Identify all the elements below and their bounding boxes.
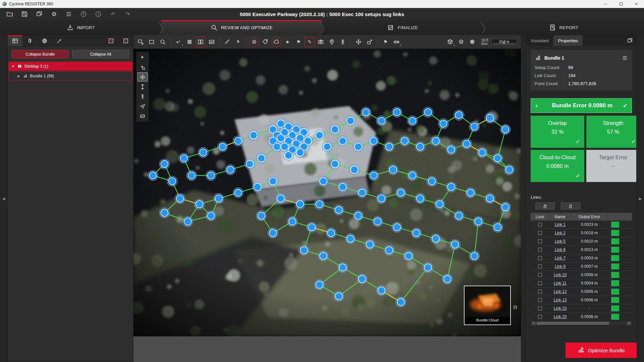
link-name[interactable]: Link 20: [554, 314, 567, 319]
setup-node[interactable]: [320, 252, 327, 260]
setup-node[interactable]: [385, 247, 393, 254]
setup-node[interactable]: [234, 137, 242, 145]
setup-node[interactable]: [323, 143, 331, 150]
undock-panel-button[interactable]: [624, 35, 636, 46]
setup-node[interactable]: [471, 123, 478, 130]
lock-checkbox[interactable]: [538, 248, 542, 252]
setup-node[interactable]: [393, 224, 400, 231]
setup-node[interactable]: [347, 117, 354, 124]
setup-node[interactable]: [289, 218, 296, 225]
help-button[interactable]: ?: [78, 9, 89, 19]
setup-node[interactable]: [385, 143, 393, 150]
setup-node[interactable]: [277, 195, 284, 202]
link-name[interactable]: Link 5: [555, 239, 566, 244]
tab-import[interactable]: IMPORT: [0, 20, 161, 35]
optimize-bundle-button[interactable]: Optimize Bundle: [566, 343, 637, 358]
setup-node[interactable]: [355, 212, 362, 220]
setup-node[interactable]: [347, 235, 354, 242]
geotag-tool-button[interactable]: [327, 37, 337, 47]
table-row[interactable]: Link 70.0003 m: [531, 254, 632, 262]
apply-transform-button[interactable]: [365, 37, 375, 47]
setup-node[interactable]: [413, 229, 420, 237]
grid-settings-button[interactable]: ▾: [391, 37, 401, 47]
setup-node[interactable]: [486, 195, 494, 202]
links-horizontal-scrollbar[interactable]: ◄ ►: [531, 321, 632, 326]
setup-node[interactable]: [440, 120, 447, 127]
setup-node[interactable]: [258, 212, 265, 220]
settings-button[interactable]: ⚙: [49, 9, 59, 19]
setup-node[interactable]: [397, 189, 405, 196]
open-project-button[interactable]: [5, 9, 15, 19]
setup-node[interactable]: [417, 195, 424, 202]
setup-node[interactable]: [331, 126, 339, 133]
setup-node[interactable]: [297, 200, 304, 208]
setup-node[interactable]: [432, 137, 439, 145]
setup-node[interactable]: [215, 195, 222, 202]
setup-node[interactable]: [180, 155, 187, 162]
setup-node[interactable]: [168, 178, 176, 185]
setup-node[interactable]: [417, 143, 424, 150]
setup-node[interactable]: [424, 109, 432, 116]
setup-node[interactable]: [370, 137, 377, 145]
strength-tile[interactable]: Strength 57 % ✓: [586, 116, 637, 148]
setup-node[interactable]: [444, 275, 451, 283]
target-error-tile[interactable]: Target Error --: [586, 150, 637, 182]
setup-node[interactable]: [331, 160, 339, 168]
setup-node[interactable]: [467, 189, 474, 196]
setup-node[interactable]: [207, 172, 215, 179]
link-name[interactable]: Link 13: [554, 298, 567, 302]
tab-auto-tools[interactable]: [52, 35, 67, 46]
measure-button[interactable]: [222, 37, 232, 47]
setup-node[interactable]: [397, 298, 405, 306]
zoom-fit-button[interactable]: [158, 37, 168, 47]
setup-node[interactable]: [258, 155, 265, 162]
link-name[interactable]: Link 2: [555, 231, 566, 235]
measure-height-tool-button[interactable]: [138, 82, 148, 91]
setup-node[interactable]: [362, 109, 370, 116]
setup-node[interactable]: [196, 200, 203, 208]
setup-node[interactable]: [494, 224, 501, 231]
setup-node[interactable]: [409, 117, 416, 124]
scrollbar-track[interactable]: [536, 321, 627, 325]
walk-tool-button[interactable]: [138, 92, 148, 101]
collapse-left-panel-arrow[interactable]: ◀: [0, 35, 7, 362]
background-color-button[interactable]: [184, 37, 195, 47]
thumbnail-pin-icon[interactable]: [513, 305, 518, 310]
setup-node[interactable]: [475, 218, 482, 225]
setup-node[interactable]: [471, 252, 478, 260]
table-row[interactable]: Link 10.0023 m: [531, 221, 632, 229]
annotation-flag-button[interactable]: ⚑: [380, 37, 390, 47]
minimize-button[interactable]: –: [598, 0, 613, 8]
setup-node[interactable]: [269, 229, 277, 237]
select-tool-button[interactable]: [138, 53, 148, 62]
point-size-button[interactable]: ▾: [173, 37, 183, 47]
move-setup-button[interactable]: [354, 37, 364, 47]
setup-node[interactable]: [378, 117, 385, 124]
unlock-links-button[interactable]: [561, 202, 580, 209]
lock-checkbox[interactable]: [538, 273, 542, 277]
setup-node[interactable]: [300, 247, 308, 254]
pan-orbit-tool-button[interactable]: [138, 72, 148, 81]
section-tool-button[interactable]: [138, 111, 148, 120]
maximize-button[interactable]: [613, 0, 629, 8]
expand-arrow-icon[interactable]: ▼: [11, 65, 15, 68]
event-log-button[interactable]: [64, 9, 74, 19]
image-view-button[interactable]: [207, 37, 217, 47]
setup-node[interactable]: [463, 140, 470, 147]
table-row[interactable]: Link 50.0010 m: [531, 237, 632, 246]
scroll-left-arrow[interactable]: ◄: [531, 321, 536, 325]
setup-node[interactable]: [246, 160, 253, 168]
collapse-bundle-button[interactable]: Collapse Bundle: [12, 50, 69, 58]
info-button[interactable]: i: [93, 9, 103, 19]
lock-checkbox[interactable]: [538, 223, 542, 227]
setup-node[interactable]: [436, 200, 443, 208]
capture-view-button[interactable]: [136, 37, 146, 47]
flag-tool-button[interactable]: ⚑: [293, 37, 304, 47]
setup-node[interactable]: [432, 235, 439, 242]
setup-node[interactable]: [455, 212, 463, 220]
link-name[interactable]: Link 15: [554, 306, 567, 311]
bundle-error-banner[interactable]: ∧ Bundle Error 0.0080 m ✓: [531, 98, 632, 113]
tab-properties[interactable]: Properties: [553, 35, 583, 46]
link-name[interactable]: Link 9: [555, 264, 566, 269]
cloud-tool-button[interactable]: [271, 37, 281, 47]
